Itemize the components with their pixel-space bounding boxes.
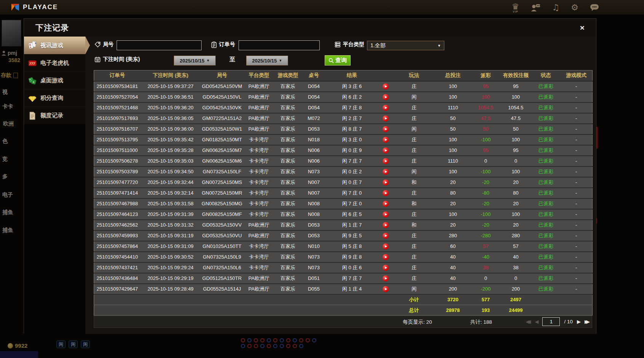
cell-platform: 卡卡湾厅 <box>244 156 275 166</box>
cell-valid: 40 <box>500 252 532 262</box>
grand-total-row-cell-time <box>141 305 201 316</box>
cell-order: 251015097527054 <box>94 92 141 102</box>
cell-round: GN00825A150MG <box>201 198 244 209</box>
cell-payout: 50 <box>471 124 500 134</box>
first-page-icon[interactable]: ◀◀ <box>525 319 530 324</box>
cell-time: 2025-10-15 09:35:28 <box>141 145 201 156</box>
round-number-input[interactable] <box>117 40 202 50</box>
prev-page-icon[interactable]: ◀ <box>535 319 538 324</box>
cell-game: 百家乐 <box>275 156 301 166</box>
table-row: 2510150975270542025-10-15 09:36:51GD0542… <box>94 92 593 102</box>
replay-icon[interactable] <box>383 158 389 164</box>
cell-replay <box>378 262 394 273</box>
date-to-picker[interactable]: 2025/10/15 ▼ <box>246 56 288 66</box>
cell-time: 2025-10-15 09:29:19 <box>141 273 201 284</box>
next-page-icon[interactable]: ▶ <box>577 319 580 324</box>
sidebar-item-live-games[interactable]: 9 K♥ 视讯游戏 <box>24 37 85 54</box>
cell-payout: 95 <box>471 81 500 92</box>
svg-text:777: 777 <box>29 62 35 66</box>
sidebar-item-slots[interactable]: 777 电子老虎机 <box>24 54 85 72</box>
cell-valid: 0 <box>500 156 532 166</box>
cell-order: 251015097454410 <box>94 252 141 262</box>
platform-type-select[interactable]: 1.全部 ▼ <box>367 41 444 50</box>
table-row: 2510150974599932025-10-15 09:31:19GD0532… <box>94 230 593 241</box>
cell-platform: PA欧洲厅 <box>244 92 275 102</box>
cell-valid: 57 <box>500 241 532 252</box>
cell-payout: 1054.5 <box>471 102 500 113</box>
replay-icon[interactable] <box>383 105 389 111</box>
replay-icon[interactable] <box>383 126 389 132</box>
sidebar-item-table-games[interactable]: S 桌面游戏 <box>24 72 85 89</box>
cell-order: 251015097437421 <box>94 262 141 273</box>
grand-total-row-cell-table <box>301 305 327 316</box>
date-from-picker[interactable]: 2025/10/15 ▼ <box>174 56 216 66</box>
cell-payout: -100 <box>471 209 500 220</box>
replay-icon[interactable] <box>383 265 389 271</box>
replay-icon[interactable] <box>383 169 389 175</box>
page-number-input[interactable] <box>542 317 560 326</box>
cell-result: 闲 9 庄 8 <box>327 252 378 262</box>
cell-payout: -20 <box>471 198 500 209</box>
cell-round: GN01025A150TT <box>201 241 244 252</box>
svg-text:9: 9 <box>35 42 37 45</box>
replay-icon[interactable] <box>383 179 389 185</box>
cell-round: GN07325A150L6 <box>201 262 244 273</box>
settings-gear-icon[interactable]: ⚙ <box>571 3 578 12</box>
grand-total-row-cell-order <box>94 305 141 316</box>
cell-time: 2025-10-15 09:36:51 <box>141 92 201 102</box>
replay-icon[interactable] <box>383 94 389 100</box>
cell-play: 闲 <box>394 284 435 294</box>
customer-service-icon[interactable] <box>531 3 541 12</box>
cell-replay <box>378 209 394 220</box>
cell-round: GD05325A150VV <box>201 220 244 230</box>
vip-icon[interactable]: ♛VIP <box>512 3 519 13</box>
cell-valid: 50 <box>500 124 532 134</box>
sidebar-item-credit-records[interactable]: 额度记录 <box>24 107 85 124</box>
replay-icon[interactable] <box>383 190 389 196</box>
cell-replay <box>378 273 394 284</box>
cell-valid: 80 <box>500 188 532 198</box>
order-number-label: 订单号 <box>211 41 235 48</box>
replay-icon[interactable] <box>383 147 389 153</box>
replay-icon[interactable] <box>383 286 389 292</box>
cell-valid: 20 <box>500 177 532 188</box>
column-header: 总投注 <box>435 70 471 81</box>
replay-icon[interactable] <box>383 243 389 249</box>
cell-game: 百家乐 <box>275 230 301 241</box>
column-header: 有效投注额 <box>500 70 532 81</box>
replay-icon[interactable] <box>383 137 389 143</box>
cell-replay <box>378 252 394 262</box>
query-button[interactable]: 查询 <box>325 55 351 66</box>
cell-result: 闲 5 庄 8 <box>327 241 378 252</box>
close-icon[interactable]: × <box>580 24 585 32</box>
cell-table: N008 <box>301 198 327 209</box>
filters: 局号 订单号 平台类型 1.全部 ▼ 下注时间 <box>85 37 596 70</box>
cell-play: 庄 <box>394 156 435 166</box>
replay-icon[interactable] <box>383 211 389 217</box>
sidebar-item-points-query[interactable]: 积分查询 <box>24 89 85 107</box>
platform-list-icon <box>335 42 341 48</box>
cell-result: 闲 1 庄 7 <box>327 220 378 230</box>
order-number-input[interactable] <box>239 40 320 50</box>
replay-icon[interactable] <box>383 201 389 207</box>
cell-order: 251015097436484 <box>94 273 141 284</box>
column-header: 玩法 <box>394 70 435 81</box>
replay-icon[interactable] <box>383 275 389 281</box>
cell-payout: -100 <box>471 134 500 145</box>
cell-bet: 40 <box>435 262 471 273</box>
chat-icon[interactable] <box>590 4 599 11</box>
replay-icon[interactable] <box>383 254 389 260</box>
replay-icon[interactable] <box>383 233 389 239</box>
cell-mode: - <box>561 262 593 273</box>
cell-platform: 卡卡湾厅 <box>244 188 275 198</box>
last-page-icon[interactable]: ▶▶ <box>585 319 590 324</box>
music-icon[interactable]: ♫ <box>552 3 560 12</box>
cell-table: N073 <box>301 262 327 273</box>
cell-order: 251015097521468 <box>94 102 141 113</box>
pagination-bar: 每页显示: 20 共计: 188 ◀◀ ◀ / 10 ▶ ▶▶ <box>94 316 592 328</box>
replay-icon[interactable] <box>383 222 389 228</box>
clipboard-icon <box>211 42 217 48</box>
replay-icon[interactable] <box>383 83 389 90</box>
replay-icon[interactable] <box>383 115 389 121</box>
cell-status: 已派彩 <box>532 209 561 220</box>
